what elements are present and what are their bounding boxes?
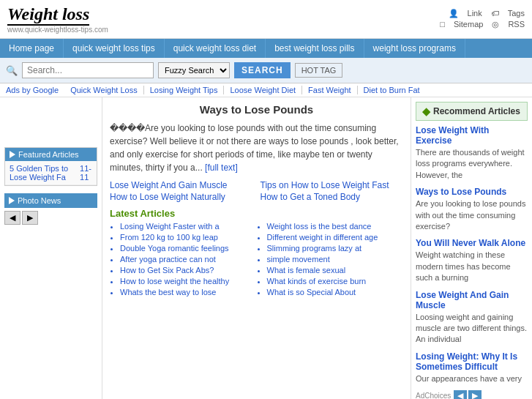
sitemap-icon: □ — [440, 20, 445, 29]
list-item[interactable]: Whats the best way to lose — [120, 288, 257, 297]
list-item[interactable]: Double Yoga romantic feelings — [120, 244, 257, 253]
recommend-icon: ◆ — [422, 105, 430, 117]
rec-desc-1: Are you looking to lose pounds with out … — [416, 198, 528, 232]
rec-desc-0: There are thousands of weight loss progr… — [416, 147, 528, 181]
article-text: ����Are you looking to lose pounds with … — [110, 123, 399, 173]
rec-link-4[interactable]: Losing Weight: Why It Is Sometimes Diffi… — [416, 351, 528, 372]
list-item[interactable]: After yoga practice can not — [120, 255, 257, 264]
left-nav-buttons: ◀ ▶ — [4, 211, 97, 225]
triangle-icon — [10, 151, 15, 158]
recommend-title: Recommend Articles — [433, 106, 520, 116]
featured-item-date: 11-11 — [80, 164, 92, 182]
nav-tips[interactable]: quick weight loss tips — [64, 39, 165, 58]
rec-desc-4: Our appearances have a very — [416, 373, 528, 384]
fuzzy-search-select[interactable]: Fuzzy Search — [158, 62, 230, 78]
header-links: 👤 Link 🏷 Tags □ Sitemap ◎ RSS — [440, 9, 525, 29]
rec-link-0[interactable]: Lose Weight With Exercise — [416, 125, 528, 146]
rec-link-1[interactable]: Ways to Lose Pounds — [416, 187, 528, 197]
article-link-3[interactable]: How to Get a Toned Body — [261, 192, 404, 202]
rec-item-2: You Will Never Walk Alone Weight watchin… — [416, 238, 528, 283]
rec-item-3: Lose Weight And Gain Muscle Loosing weig… — [416, 290, 528, 346]
main-content: Featured Articles 5 Golden Tips to Lose … — [0, 97, 532, 399]
right-sidebar: ◆ Recommend Articles Lose Weight With Ex… — [411, 97, 532, 399]
list-item[interactable]: What kinds of exercise burn — [267, 277, 404, 286]
latest-articles-title: Latest Articles — [110, 208, 403, 219]
article-link-1[interactable]: Tips on How to Lose Weight Fast — [261, 180, 404, 190]
article-link-2[interactable]: How to Lose Weight Naturally — [110, 192, 253, 202]
header: Weight loss www.quick-weightloss-tips.co… — [0, 0, 532, 39]
article-title: Ways to Lose Pounds — [110, 103, 403, 116]
search-icon: 🔍 — [6, 65, 18, 76]
ad-next-button[interactable]: ▶ — [468, 390, 482, 399]
left-arrow-button[interactable]: ◀ — [4, 211, 20, 225]
adchoices-right: AdChoices ◀ ▶ — [416, 390, 528, 399]
list-item[interactable]: simple movement — [267, 255, 404, 264]
featured-articles-header: Featured Articles — [5, 148, 97, 161]
site-url: www.quick-weightloss-tips.com — [7, 26, 108, 34]
latest-col-2: Weight loss is the best dance Different … — [257, 222, 404, 299]
ad-tag-losing[interactable]: Losing Weight Tips — [144, 86, 225, 94]
rec-desc-3: Loosing weight and gaining muscle are tw… — [416, 312, 528, 346]
nav-pills[interactable]: best weight loss pills — [266, 39, 364, 58]
ad-tag-fast[interactable]: Fast Weight — [302, 86, 358, 94]
nav-bar: Home page quick weight loss tips quick w… — [0, 39, 532, 58]
article-body: ����Are you looking to lose pounds with … — [110, 122, 403, 174]
rss-link[interactable]: RSS — [508, 20, 525, 29]
ad-tag-loose[interactable]: Loose Weight Diet — [224, 86, 302, 94]
nav-diet[interactable]: quick weight loss diet — [165, 39, 266, 58]
adchoices-nav: ◀ ▶ — [454, 390, 482, 399]
ad-prev-button[interactable]: ◀ — [454, 390, 467, 399]
full-text-link[interactable]: [full text] — [205, 163, 238, 173]
left-sidebar: Featured Articles 5 Golden Tips to Lose … — [0, 97, 102, 399]
rec-link-3[interactable]: Lose Weight And Gain Muscle — [416, 290, 528, 310]
ad-tags-bar: Ads by Google Quick Weight Loss Losing W… — [0, 83, 532, 97]
list-item[interactable]: Slimming programs lazy at — [267, 244, 404, 253]
list-item[interactable]: From 120 kg to 100 kg leap — [120, 233, 257, 242]
adchoices-right-label: AdChoices — [416, 392, 451, 399]
ads-by-google-label: Ads by Google — [6, 86, 59, 94]
list-item[interactable]: What is so Special About — [267, 288, 404, 297]
recommend-articles-header: ◆ Recommend Articles — [416, 102, 528, 121]
featured-articles-title: Featured Articles — [18, 150, 79, 159]
sitemap-link[interactable]: Sitemap — [454, 20, 483, 29]
latest-articles: Losing Weight Faster with a From 120 kg … — [110, 222, 403, 299]
rec-desc-2: Weight watching in these modern times ha… — [416, 250, 528, 283]
tags-link[interactable]: Tags — [508, 9, 525, 18]
person-icon: 👤 — [449, 9, 459, 18]
list-item[interactable]: What is female sexual — [267, 266, 404, 275]
search-bar: 🔍 Fuzzy Search SEARCH HOT TAG — [0, 58, 532, 83]
featured-articles-box: Featured Articles 5 Golden Tips to Lose … — [4, 147, 97, 186]
rec-item-4: Losing Weight: Why It Is Sometimes Diffi… — [416, 351, 528, 384]
featured-article-item[interactable]: 5 Golden Tips to Lose Weight Fa 11-11 — [5, 161, 97, 185]
rss-icon: ◎ — [492, 20, 499, 29]
hot-tag-button[interactable]: HOT TAG — [295, 63, 343, 78]
tag-icon: 🏷 — [491, 9, 499, 18]
photo-news-label: Photo News — [18, 196, 61, 205]
logo[interactable]: Weight loss — [7, 4, 89, 26]
nav-home[interactable]: Home page — [0, 39, 64, 58]
ad-tag-quick[interactable]: Quick Weight Loss — [64, 86, 144, 94]
rec-item-1: Ways to Lose Pounds Are you looking to l… — [416, 187, 528, 232]
rec-item-0: Lose Weight With Exercise There are thou… — [416, 125, 528, 181]
search-input[interactable] — [22, 62, 154, 78]
article-link-0[interactable]: Lose Weight And Gain Muscle — [110, 180, 253, 190]
center-content: Ways to Lose Pounds ����Are you looking … — [102, 97, 411, 399]
search-button[interactable]: SEARCH — [234, 62, 291, 78]
nav-programs[interactable]: weight loss programs — [364, 39, 465, 58]
photo-news-icon — [9, 197, 15, 204]
photo-news-header: Photo News — [4, 193, 97, 208]
right-arrow-button[interactable]: ▶ — [22, 211, 38, 225]
article-links: Lose Weight And Gain Muscle Tips on How … — [110, 180, 403, 202]
latest-col-1: Losing Weight Faster with a From 120 kg … — [110, 222, 257, 299]
list-item[interactable]: How to Get Six Pack Abs? — [120, 266, 257, 275]
list-item[interactable]: Weight loss is the best dance — [267, 222, 404, 231]
rec-link-2[interactable]: You Will Never Walk Alone — [416, 238, 528, 248]
list-item[interactable]: Losing Weight Faster with a — [120, 222, 257, 231]
featured-item-label: 5 Golden Tips to Lose Weight Fa — [10, 164, 80, 182]
ad-tag-diet[interactable]: Diet to Burn Fat — [358, 86, 426, 94]
list-item[interactable]: How to lose weight the healthy — [120, 277, 257, 286]
list-item[interactable]: Different weight in different age — [267, 233, 404, 242]
link-link[interactable]: Link — [468, 9, 482, 18]
